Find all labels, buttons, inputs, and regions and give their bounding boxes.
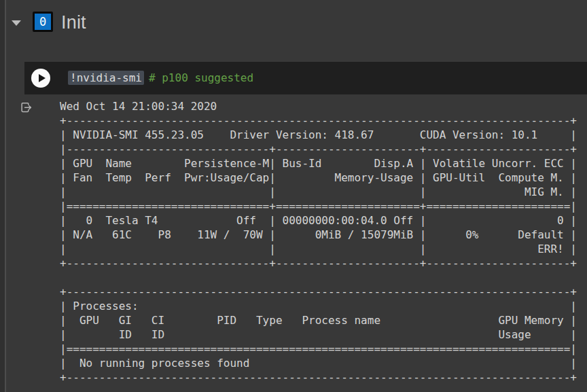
code-editor-line[interactable]: !nvidia-smi# p100 suggested	[68, 71, 253, 86]
section-header: 0 Init	[0, 0, 587, 43]
section-title: Init	[61, 12, 86, 33]
play-icon	[39, 74, 46, 82]
code-comment: # p100 suggested	[149, 71, 253, 84]
run-cell-button[interactable]	[31, 69, 50, 88]
notebook-screen: 0 Init !nvidia-smi# p100 suggested Wed O…	[0, 0, 587, 392]
chevron-down-icon[interactable]	[12, 20, 21, 26]
left-border-line	[5, 0, 6, 392]
execution-count-badge[interactable]: 0	[33, 12, 53, 32]
code-cell[interactable]: !nvidia-smi# p100 suggested	[24, 62, 587, 94]
left-gutter-strip	[0, 0, 5, 392]
cell-output-text: Wed Oct 14 21:00:34 2020 +--------------…	[60, 99, 577, 385]
goto-output-icon[interactable]	[20, 101, 33, 114]
code-command: !nvidia-smi	[68, 71, 144, 85]
